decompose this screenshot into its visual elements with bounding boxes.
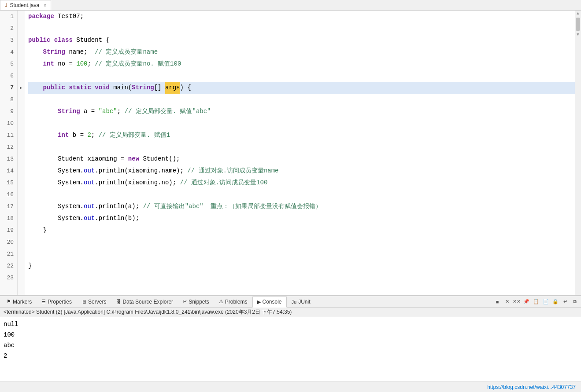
token: name; xyxy=(65,46,95,58)
terminate-button[interactable]: ■ xyxy=(493,297,502,306)
token: // 定义成员变量no. 赋值100 xyxy=(95,58,181,70)
token: out xyxy=(84,165,95,177)
line-number-22: 22 xyxy=(4,260,14,272)
line-marker-5 xyxy=(18,58,25,70)
line-marker-12 xyxy=(18,141,25,153)
line-marker-11 xyxy=(18,129,25,141)
console-output-line: 2 xyxy=(4,351,577,361)
panel-tab-properties[interactable]: ☰Properties xyxy=(37,296,77,307)
token: package xyxy=(28,11,58,22)
panel-tab-markers[interactable]: ⚑Markers xyxy=(2,296,37,307)
console-status-bar: <terminated> Student (2) [Java Applicati… xyxy=(0,308,581,317)
editor-scrollbar[interactable]: ▲ ▼ xyxy=(575,11,581,295)
token: System. xyxy=(28,177,84,189)
panel-tab-label-junit: JUnit xyxy=(298,299,310,305)
tab-filename: Student.java xyxy=(10,2,40,8)
code-line-18[interactable]: System.out.println(b); xyxy=(28,212,575,224)
panel-content: <terminated> Student (2) [Java Applicati… xyxy=(0,308,581,381)
code-line-2[interactable] xyxy=(28,22,575,34)
scroll-down-arrow[interactable]: ▼ xyxy=(577,33,579,37)
code-line-17[interactable]: System.out.println(a); // 可直接输出"abc" 重点：… xyxy=(28,201,575,212)
code-line-12[interactable] xyxy=(28,141,575,153)
tab-close-button[interactable]: × xyxy=(44,3,46,8)
code-line-22[interactable]: } xyxy=(28,260,575,272)
remove-all-button[interactable]: ✕✕ xyxy=(512,297,521,306)
editor-container: J Student.java × 12345678910111213141516… xyxy=(0,0,581,295)
line-number-2: 2 xyxy=(4,22,14,34)
console-output-line: 100 xyxy=(4,330,577,340)
paste-button[interactable]: 📄 xyxy=(541,297,550,306)
code-line-21[interactable] xyxy=(28,248,575,260)
code-editor[interactable]: 1234567891011121314151617181920212223 ▶ … xyxy=(0,11,581,295)
remove-button[interactable]: ✕ xyxy=(503,297,511,306)
line-marker-4 xyxy=(18,46,25,58)
token: Test07; xyxy=(58,11,84,22)
line-number-4: 4 xyxy=(4,46,14,58)
code-line-13[interactable]: Student xiaoming = new Student(); xyxy=(28,153,575,165)
code-line-16[interactable] xyxy=(28,189,575,201)
panel-tab-junit[interactable]: JuJUnit xyxy=(287,296,315,307)
line-marker-3 xyxy=(18,34,25,46)
token: 2 xyxy=(87,129,91,141)
token: main( xyxy=(113,82,132,94)
panel-tab-icon-datasource: 🗄 xyxy=(116,299,121,304)
panel-tab-snippets[interactable]: ✂Snippets xyxy=(178,296,214,307)
code-line-19[interactable]: } xyxy=(28,224,575,236)
token: ; xyxy=(117,106,125,117)
code-line-8[interactable] xyxy=(28,94,575,106)
line-number-23: 23 xyxy=(4,272,14,284)
panel-tab-bar: ⚑Markers☰Properties🖥Servers🗄Data Source … xyxy=(0,296,581,308)
panel-tab-label-console: Console xyxy=(263,299,282,305)
code-line-23[interactable] xyxy=(28,272,575,284)
token: b = xyxy=(69,129,87,141)
code-line-3[interactable]: public class Student { xyxy=(28,34,575,46)
line-marker-2 xyxy=(18,22,25,34)
code-line-14[interactable]: System.out.println(xiaoming.name); // 通过… xyxy=(28,165,575,177)
panel-tab-console[interactable]: ▶Console xyxy=(252,297,287,308)
token: public xyxy=(43,82,69,94)
code-line-15[interactable]: System.out.println(xiaoming.no); // 通过对象… xyxy=(28,177,575,189)
footer-link[interactable]: https://blog.csdn.net/waixi...44307737 xyxy=(487,384,576,390)
line-number-12: 12 xyxy=(4,141,14,153)
code-content: 1234567891011121314151617181920212223 ▶ … xyxy=(0,11,581,295)
code-line-5[interactable]: int no = 100; // 定义成员变量no. 赋值100 xyxy=(28,58,575,70)
panel-tab-icon-problems: ⚠ xyxy=(219,299,223,304)
line-number-10: 10 xyxy=(4,117,14,129)
panel-tab-icon-junit: Ju xyxy=(292,299,297,304)
line-marker-column: ▶ xyxy=(18,11,25,295)
line-marker-21 xyxy=(18,248,25,260)
code-line-11[interactable]: int b = 2; // 定义局部变量. 赋值1 xyxy=(28,129,575,141)
word-wrap-button[interactable]: ↵ xyxy=(561,297,570,306)
token: System. xyxy=(28,212,84,224)
open-console-button[interactable]: ⧉ xyxy=(570,297,579,306)
java-file-icon: J xyxy=(5,3,7,8)
scroll-thumb[interactable] xyxy=(576,18,580,31)
code-line-7[interactable]: public static void main(String[] args) { xyxy=(28,82,575,94)
panel-tab-icon-snippets: ✂ xyxy=(183,299,187,304)
pin-button[interactable]: 📌 xyxy=(522,297,531,306)
line-number-5: 5 xyxy=(4,58,14,70)
copy-button[interactable]: 📋 xyxy=(532,297,540,306)
line-marker-8 xyxy=(18,94,25,106)
scroll-up-arrow[interactable]: ▲ xyxy=(577,11,579,16)
token: // 定义局部变量. 赋值"abc" xyxy=(124,106,211,117)
console-output-line: null xyxy=(4,319,577,330)
code-line-6[interactable] xyxy=(28,70,575,82)
token: args xyxy=(165,82,180,94)
scroll-lock-button[interactable]: 🔒 xyxy=(551,297,560,306)
code-line-4[interactable]: String name; // 定义成员变量name xyxy=(28,46,575,58)
token: .println(a); xyxy=(95,201,143,212)
panel-tab-label-properties: Properties xyxy=(48,299,72,305)
line-marker-9 xyxy=(18,106,25,117)
panel-tab-problems[interactable]: ⚠Problems xyxy=(214,296,252,307)
token: no = xyxy=(54,58,76,70)
panel-tab-icon-servers: 🖥 xyxy=(81,299,86,304)
panel-tab-datasource[interactable]: 🗄Data Source Explorer xyxy=(111,296,178,307)
token: out xyxy=(84,212,95,224)
editor-tab[interactable]: J Student.java × xyxy=(0,0,51,10)
code-line-1[interactable]: package Test07; xyxy=(28,11,575,22)
code-line-9[interactable]: String a = "abc"; // 定义局部变量. 赋值"abc" xyxy=(28,106,575,117)
code-line-20[interactable] xyxy=(28,236,575,248)
code-line-10[interactable] xyxy=(28,117,575,129)
panel-tab-servers[interactable]: 🖥Servers xyxy=(77,296,111,307)
